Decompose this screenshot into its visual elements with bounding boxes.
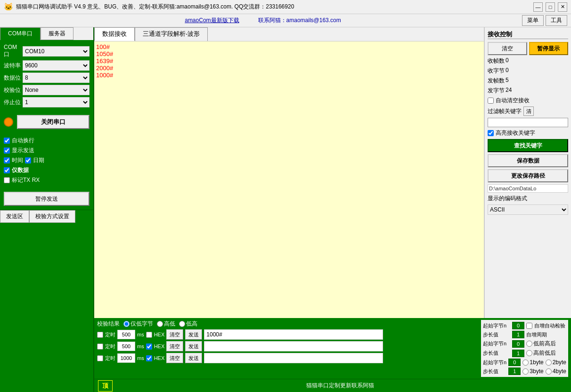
auto-inc-period-label: 自增周期 (526, 331, 547, 338)
bottom-content: 校验结果 仅低字节 高低 低高 (97, 320, 568, 377)
recv-pause-display-button[interactable]: 暂停显示 (529, 42, 569, 55)
app-title: 猫猫串口网络调试助手 V4.9 意见、BUG、改善、定制-联系阿猫:amaoma… (16, 3, 530, 11)
find-keyword-button[interactable]: 查找关键字 (488, 139, 568, 152)
send-row2-text-input[interactable] (204, 341, 383, 351)
data-bits-select[interactable]: 8 (23, 73, 90, 83)
radio-high-first-label[interactable]: 高前低后 (526, 349, 556, 357)
send-row3-send-button[interactable]: 发送 (185, 353, 202, 363)
tools-button[interactable]: 工具 (546, 15, 567, 26)
start-byte-label-3: 起始字节n (483, 359, 506, 366)
radio-high-low[interactable] (157, 321, 163, 327)
radio-low-first-label[interactable]: 低前高后 (526, 340, 556, 348)
port-status-indicator (4, 117, 13, 127)
tab-server[interactable]: 服务器 (41, 27, 73, 40)
start-byte-row-3: 起始字节n 1byte 2byte (483, 359, 566, 366)
radio-high-low-label[interactable]: 高低 (157, 320, 175, 328)
menu-button[interactable]: 菜单 (522, 15, 544, 26)
pause-send-button[interactable]: 暂停发送 (4, 192, 90, 206)
radio-only-low-byte[interactable] (123, 321, 130, 327)
send-row2-clear-button[interactable]: 清空 (166, 341, 183, 351)
mark-tx-rx-checkbox[interactable] (4, 177, 10, 183)
data-only-checkbox[interactable] (4, 167, 10, 173)
recv-clear-button[interactable]: 清空 (488, 42, 527, 55)
send-row3-clear-button[interactable]: 清空 (166, 353, 183, 363)
top-button[interactable]: 顶 (98, 380, 113, 392)
send-area-tabs: 发送区 校验方式设置 (0, 210, 93, 223)
send-row1-text-input[interactable] (204, 329, 383, 340)
send-row1-hex-label: HEX (154, 332, 165, 337)
step-input-3[interactable] (508, 368, 521, 375)
maximize-button[interactable]: □ (546, 2, 555, 12)
send-row3-text-input[interactable] (204, 353, 383, 363)
filter-keyword-input[interactable] (488, 118, 568, 127)
show-send-checkbox[interactable] (4, 147, 10, 154)
radio-2byte-label[interactable]: 2byte (546, 359, 566, 366)
radio-low-high[interactable] (179, 321, 185, 327)
titlebar: 🐱 猫猫串口网络调试助手 V4.9 意见、BUG、改善、定制-联系阿猫:amao… (0, 0, 571, 14)
minimize-button[interactable]: — (533, 2, 543, 12)
stop-bits-select[interactable]: 1 (23, 97, 90, 107)
send-row2-timer-input[interactable] (117, 342, 135, 351)
tab-send-area[interactable]: 发送区 (0, 210, 29, 223)
radio-only-low-label[interactable]: 仅低字节 (123, 320, 153, 328)
radio-4byte-label[interactable]: 4byte (546, 368, 566, 375)
receive-area[interactable]: 100# 1050# 1639# 2000# 1000# (94, 41, 484, 318)
send-row3-hex-checkbox[interactable] (146, 355, 152, 361)
filter-clear-button[interactable]: 清 (523, 106, 534, 116)
right-bottom-grid: 起始字节n 自增自动检验 步长值 自增周期 起始字节n (481, 320, 568, 377)
radio-1byte[interactable] (522, 359, 529, 366)
close-button[interactable]: ✕ (558, 2, 567, 12)
auto-newline-checkbox[interactable] (4, 138, 10, 144)
save-data-button[interactable]: 保存数据 (488, 154, 568, 167)
highlight-recv-checkbox[interactable] (488, 130, 494, 136)
send-row1-send-button[interactable]: 发送 (185, 329, 202, 340)
send-row2-send-button[interactable]: 发送 (185, 341, 202, 351)
parity-row: 校验位 None (4, 85, 90, 95)
change-path-button[interactable]: 更改保存路径 (488, 169, 568, 182)
parity-select[interactable]: None (23, 85, 90, 95)
tab-com-serial[interactable]: COM串口 (0, 27, 41, 40)
highlight-recv-label: 高亮接收关键字 (496, 129, 535, 137)
start-byte-input-1[interactable] (512, 322, 524, 329)
auto-verify-checkbox[interactable] (526, 323, 532, 329)
send-row3-timer-input[interactable] (117, 353, 135, 363)
radio-low-first-high-last[interactable] (526, 341, 532, 347)
auto-clear-recv-checkbox[interactable] (488, 98, 494, 104)
date-checkbox[interactable] (25, 157, 31, 163)
time-date-row: 时间 日期 (4, 156, 90, 164)
com-port-select[interactable]: COM10 (23, 46, 90, 57)
time-checkbox[interactable] (4, 157, 10, 163)
step-label-3: 步长值 (483, 368, 506, 375)
step-input-2[interactable] (512, 350, 524, 357)
radio-4byte[interactable] (546, 368, 552, 375)
send-row2-timer-checkbox[interactable] (97, 343, 103, 350)
baud-rate-select[interactable]: 9600 (23, 60, 90, 71)
options-checkboxes: 自动换行 显示发送 时间 日期 仅数据 标记TX RX (0, 133, 93, 188)
radio-3byte[interactable] (522, 368, 529, 375)
format-select[interactable]: ASCII (488, 204, 568, 215)
menubar-right-btns: 菜单 工具 (522, 15, 567, 26)
send-row1-timer-checkbox[interactable] (97, 332, 103, 338)
send-row2-ms-label: ms (137, 343, 144, 349)
send-row1-hex-checkbox[interactable] (146, 332, 152, 338)
auto-newline-label: 自动换行 (12, 137, 34, 145)
send-row-2: 定时 ms HEX 清空 发送 (97, 341, 478, 351)
close-port-button[interactable]: 关闭串口 (17, 115, 90, 129)
radio-low-high-label[interactable]: 低高 (179, 320, 197, 328)
radio-2byte[interactable] (546, 359, 552, 366)
step-input-1[interactable] (512, 331, 524, 338)
send-row2-hex-checkbox[interactable] (146, 343, 152, 350)
date-label: 日期 (33, 156, 44, 164)
download-link[interactable]: amaoCom最新版下载 (185, 16, 239, 24)
radio-1byte-label[interactable]: 1byte (522, 359, 543, 366)
send-row3-timer-checkbox[interactable] (97, 355, 103, 361)
start-byte-input-2[interactable] (512, 340, 524, 348)
tab-verify-settings[interactable]: 校验方式设置 (29, 210, 75, 223)
start-byte-input-3[interactable] (508, 359, 521, 366)
tab-data-receive[interactable]: 数据接收 (94, 27, 135, 41)
send-row1-clear-button[interactable]: 清空 (166, 329, 183, 340)
radio-3byte-label[interactable]: 3byte (522, 368, 543, 375)
tab-waveform[interactable]: 三通道字段解析-波形 (135, 27, 208, 41)
send-row1-timer-input[interactable] (117, 330, 135, 339)
radio-high-first-low-last[interactable] (526, 350, 532, 356)
